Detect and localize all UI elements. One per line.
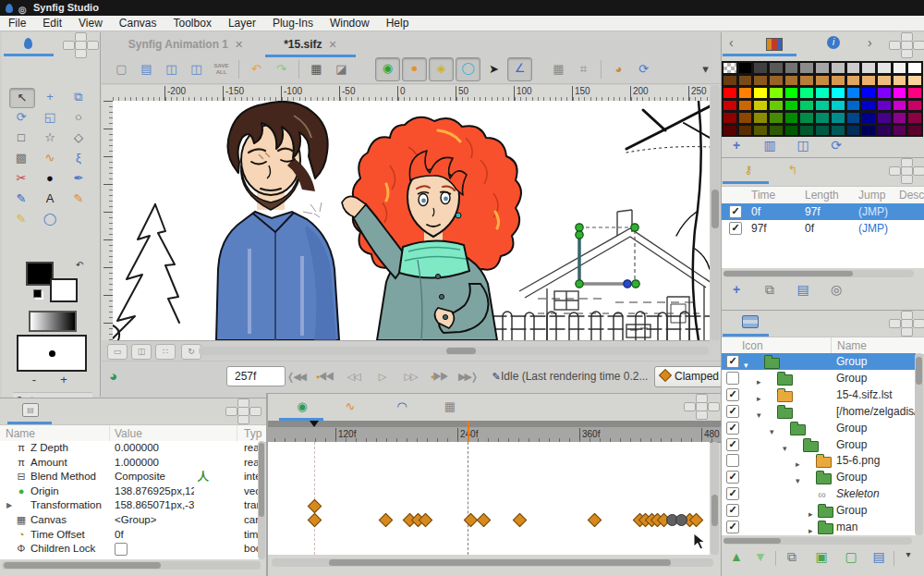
palette-color[interactable]: [799, 100, 814, 112]
canvas-vscrollbar[interactable]: [711, 85, 720, 340]
seek-end-button[interactable]: ▶▶❭: [455, 366, 480, 386]
palette-color[interactable]: [907, 100, 922, 112]
prev-panel-arrow-icon[interactable]: ‹: [729, 35, 734, 50]
transform-tool[interactable]: ↖: [9, 88, 35, 108]
palette-color[interactable]: [846, 62, 861, 74]
palette-color[interactable]: [723, 62, 737, 74]
timetrack-tab-icon[interactable]: ◉: [294, 399, 310, 414]
palette-color[interactable]: [907, 125, 922, 137]
keyframes-column-headers[interactable]: Time Length Jump Descri: [722, 186, 924, 205]
waypoint-diamond[interactable]: [379, 513, 394, 528]
raise-layer-button[interactable]: ▲: [727, 549, 746, 564]
layer-checkbox[interactable]: ✓: [726, 471, 739, 484]
children-tab-icon[interactable]: ◠: [394, 399, 410, 414]
palette-color[interactable]: [877, 87, 892, 99]
palette-color[interactable]: [815, 87, 830, 99]
menu-edit[interactable]: Edit: [34, 17, 70, 30]
palette-color[interactable]: [769, 100, 784, 112]
timetrack-hscrollbar[interactable]: [272, 558, 713, 567]
param-row-z-depth[interactable]: πZ Depth0.000000rea: [0, 441, 257, 455]
layer-checkbox[interactable]: ✓: [726, 438, 739, 451]
timebar[interactable]: 120f240f360f480: [268, 421, 721, 443]
layers-tab-icon[interactable]: [742, 315, 759, 328]
save-as-button[interactable]: ◫: [185, 58, 208, 80]
menu-help[interactable]: Help: [378, 17, 418, 30]
palette-color[interactable]: [815, 100, 830, 112]
render-button[interactable]: ▦: [305, 58, 328, 80]
history-tab-icon[interactable]: ↰: [784, 163, 801, 178]
tab-synfig-animation-1[interactable]: Synfig Animation 1✕: [113, 34, 259, 55]
rotate-tool[interactable]: ⟳: [9, 108, 33, 127]
show-grid-button[interactable]: ▦: [547, 58, 570, 80]
layers-menu-caret[interactable]: ▾: [899, 549, 918, 559]
palette-color[interactable]: [738, 75, 753, 87]
keyframe-row[interactable]: ✓0f97f(JMP): [722, 203, 924, 220]
palette-color[interactable]: [753, 125, 768, 137]
open-palette-button[interactable]: ▥: [760, 138, 779, 153]
palette-color[interactable]: [753, 100, 768, 112]
palette-color[interactable]: [815, 112, 830, 124]
waypoint-diamond[interactable]: [588, 513, 602, 528]
param-row-children-lock[interactable]: ΦChildren Lockboo: [0, 542, 257, 556]
play-button[interactable]: ▷: [369, 366, 395, 386]
layer-checkbox[interactable]: ✓: [726, 405, 739, 418]
next-frame-button[interactable]: ▷▷: [397, 366, 423, 386]
timetrack-vscrollbar[interactable]: [711, 442, 719, 555]
palette-color[interactable]: [799, 62, 814, 74]
palette-color[interactable]: [769, 87, 784, 99]
timetrack-area[interactable]: [268, 442, 710, 555]
scale-tool[interactable]: ◱: [38, 108, 62, 127]
layer-row-man[interactable]: ✓▸man: [722, 519, 916, 535]
params-vscrollbar[interactable]: [258, 441, 265, 559]
palette-color[interactable]: [831, 62, 845, 74]
palette-color[interactable]: [877, 62, 892, 74]
duplicate-layer-button[interactable]: ⧉: [783, 549, 801, 565]
refresh-palette-button[interactable]: ⟳: [827, 138, 845, 153]
palette-color[interactable]: [831, 87, 845, 99]
layer-checkbox[interactable]: ✓: [726, 487, 739, 500]
layer-row-group[interactable]: ✓▾Group: [722, 353, 916, 370]
params-hscrollbar[interactable]: [2, 561, 261, 570]
new-doc-button[interactable]: ▢: [110, 58, 133, 80]
default-gradient[interactable]: [29, 311, 77, 332]
toolbox-tab-icon[interactable]: [24, 38, 32, 49]
toolbar-overflow-caret[interactable]: ▾: [694, 58, 717, 80]
close-tab-icon[interactable]: ✕: [329, 39, 337, 50]
sketch-tool[interactable]: ✎: [67, 190, 91, 208]
waypoint-circle[interactable]: [675, 514, 687, 526]
palette-color[interactable]: [907, 75, 922, 87]
palette-tab-icon[interactable]: [766, 38, 783, 51]
info-tab-icon[interactable]: i: [827, 36, 840, 49]
layer-row-group[interactable]: ✓▸Group: [722, 502, 916, 519]
param-row-transformation[interactable]: ▶Transformation158.865071px,-31.43554tra…: [0, 498, 257, 512]
menu-canvas[interactable]: Canvas: [111, 17, 165, 30]
skeleton-tool[interactable]: ξ: [67, 149, 91, 167]
palette-color[interactable]: [815, 75, 830, 87]
toggle-grid-button[interactable]: ∷: [155, 344, 176, 360]
palette-color[interactable]: [846, 112, 861, 124]
menu-file[interactable]: File: [0, 17, 34, 30]
keyframe-marker-icon[interactable]: [310, 421, 319, 432]
keyframes-tab-icon[interactable]: ⚷: [740, 163, 757, 178]
keyframe-board-tab-icon[interactable]: ▦: [442, 399, 458, 414]
zoom-tool[interactable]: ◯: [38, 210, 62, 228]
seek-next-keyframe-button[interactable]: ⬩▶▶: [426, 366, 452, 386]
text-tool[interactable]: A: [38, 190, 62, 208]
palette-color[interactable]: [846, 125, 861, 137]
seek-begin-button[interactable]: ❬◀◀: [283, 366, 309, 386]
toggle-width-handles[interactable]: ∠: [507, 57, 532, 81]
layer-row-skeleton[interactable]: ✓∞Skeleton: [722, 485, 916, 502]
toggle-vertex-handles[interactable]: ●: [402, 57, 427, 81]
layer-row-group[interactable]: ✓▾Group: [722, 420, 916, 436]
palette-color[interactable]: [769, 125, 784, 137]
canvas-hscrollbar[interactable]: [199, 347, 709, 355]
dock-handle[interactable]: [889, 158, 924, 182]
onion-skin-button[interactable]: ◕: [607, 58, 630, 80]
toggle-position-handles[interactable]: ◉: [375, 57, 400, 81]
toggle-tangent-handles[interactable]: ◈: [429, 57, 454, 81]
open-button[interactable]: ▤: [135, 58, 158, 80]
palette-color[interactable]: [907, 62, 922, 74]
layer-checkbox[interactable]: ✓: [726, 521, 739, 533]
refresh-button[interactable]: ⟳: [632, 58, 655, 80]
palette-color[interactable]: [723, 100, 737, 112]
